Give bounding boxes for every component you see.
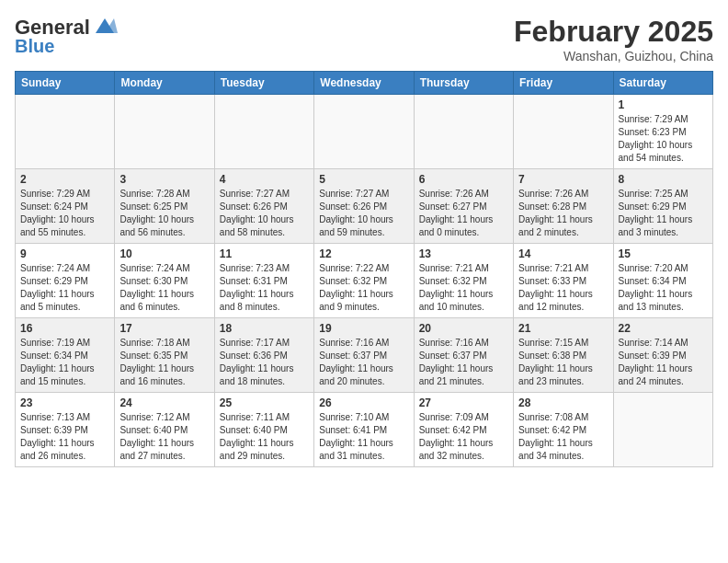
day-number: 6 xyxy=(419,173,508,186)
day-number: 7 xyxy=(518,173,608,186)
calendar-day-cell: 5Sunrise: 7:27 AM Sunset: 6:26 PM Daylig… xyxy=(314,169,414,244)
day-number: 27 xyxy=(419,396,508,409)
day-info: Sunrise: 7:13 AM Sunset: 6:39 PM Dayligh… xyxy=(20,411,109,463)
weekday-header: Monday xyxy=(115,72,214,95)
day-number: 25 xyxy=(220,396,309,409)
calendar-day-cell: 28Sunrise: 7:08 AM Sunset: 6:42 PM Dayli… xyxy=(514,393,613,467)
day-info: Sunrise: 7:21 AM Sunset: 6:33 PM Dayligh… xyxy=(518,262,608,314)
day-info: Sunrise: 7:21 AM Sunset: 6:32 PM Dayligh… xyxy=(419,262,508,314)
day-info: Sunrise: 7:14 AM Sunset: 6:39 PM Dayligh… xyxy=(619,337,708,388)
day-info: Sunrise: 7:27 AM Sunset: 6:26 PM Dayligh… xyxy=(319,188,408,239)
day-number: 11 xyxy=(220,247,309,260)
day-number: 20 xyxy=(419,322,508,335)
calendar-week-row: 16Sunrise: 7:19 AM Sunset: 6:34 PM Dayli… xyxy=(16,318,713,393)
day-info: Sunrise: 7:25 AM Sunset: 6:29 PM Dayligh… xyxy=(619,188,708,239)
calendar-day-cell: 20Sunrise: 7:16 AM Sunset: 6:37 PM Dayli… xyxy=(414,318,513,393)
calendar-day-cell: 12Sunrise: 7:22 AM Sunset: 6:32 PM Dayli… xyxy=(314,244,414,318)
calendar-day-cell: 24Sunrise: 7:12 AM Sunset: 6:40 PM Dayli… xyxy=(115,393,214,467)
calendar-week-row: 9Sunrise: 7:24 AM Sunset: 6:29 PM Daylig… xyxy=(16,244,713,318)
day-info: Sunrise: 7:24 AM Sunset: 6:29 PM Dayligh… xyxy=(20,262,109,314)
day-info: Sunrise: 7:20 AM Sunset: 6:34 PM Dayligh… xyxy=(619,262,708,314)
day-info: Sunrise: 7:11 AM Sunset: 6:40 PM Dayligh… xyxy=(220,411,309,463)
day-info: Sunrise: 7:10 AM Sunset: 6:41 PM Dayligh… xyxy=(319,411,408,463)
day-info: Sunrise: 7:15 AM Sunset: 6:38 PM Dayligh… xyxy=(518,337,608,388)
calendar-day-cell xyxy=(214,95,313,169)
logo-icon xyxy=(92,15,119,40)
day-number: 16 xyxy=(20,322,109,335)
day-info: Sunrise: 7:29 AM Sunset: 6:24 PM Dayligh… xyxy=(20,188,109,239)
day-info: Sunrise: 7:08 AM Sunset: 6:42 PM Dayligh… xyxy=(518,411,608,463)
day-number: 5 xyxy=(319,173,408,186)
calendar-week-row: 23Sunrise: 7:13 AM Sunset: 6:39 PM Dayli… xyxy=(16,393,713,467)
calendar-day-cell xyxy=(16,95,115,169)
day-number: 14 xyxy=(518,247,608,260)
calendar-day-cell: 3Sunrise: 7:28 AM Sunset: 6:25 PM Daylig… xyxy=(115,169,214,244)
calendar-day-cell: 16Sunrise: 7:19 AM Sunset: 6:34 PM Dayli… xyxy=(16,318,115,393)
day-number: 9 xyxy=(20,247,109,260)
calendar-day-cell: 7Sunrise: 7:26 AM Sunset: 6:28 PM Daylig… xyxy=(514,169,613,244)
weekday-header: Thursday xyxy=(414,72,513,95)
calendar-day-cell: 15Sunrise: 7:20 AM Sunset: 6:34 PM Dayli… xyxy=(613,244,712,318)
day-number: 10 xyxy=(119,247,209,260)
calendar-day-cell: 2Sunrise: 7:29 AM Sunset: 6:24 PM Daylig… xyxy=(16,169,115,244)
calendar-header-row: SundayMondayTuesdayWednesdayThursdayFrid… xyxy=(16,72,713,95)
day-number: 1 xyxy=(619,98,708,111)
day-number: 24 xyxy=(119,396,209,409)
calendar-day-cell: 1Sunrise: 7:29 AM Sunset: 6:23 PM Daylig… xyxy=(613,95,712,169)
calendar-day-cell: 21Sunrise: 7:15 AM Sunset: 6:38 PM Dayli… xyxy=(514,318,613,393)
logo-blue-text: Blue xyxy=(15,37,54,55)
day-info: Sunrise: 7:17 AM Sunset: 6:36 PM Dayligh… xyxy=(220,337,309,388)
day-info: Sunrise: 7:16 AM Sunset: 6:37 PM Dayligh… xyxy=(419,337,508,388)
calendar-day-cell: 11Sunrise: 7:23 AM Sunset: 6:31 PM Dayli… xyxy=(214,244,313,318)
logo-text: General xyxy=(15,17,90,38)
day-number: 21 xyxy=(518,322,608,335)
calendar-table: SundayMondayTuesdayWednesdayThursdayFrid… xyxy=(15,71,713,467)
day-info: Sunrise: 7:29 AM Sunset: 6:23 PM Dayligh… xyxy=(619,113,708,165)
day-number: 3 xyxy=(119,173,209,186)
day-info: Sunrise: 7:19 AM Sunset: 6:34 PM Dayligh… xyxy=(20,337,109,388)
calendar-week-row: 2Sunrise: 7:29 AM Sunset: 6:24 PM Daylig… xyxy=(16,169,713,244)
day-number: 12 xyxy=(319,247,408,260)
calendar-day-cell: 19Sunrise: 7:16 AM Sunset: 6:37 PM Dayli… xyxy=(314,318,414,393)
day-info: Sunrise: 7:22 AM Sunset: 6:32 PM Dayligh… xyxy=(319,262,408,314)
calendar-day-cell: 27Sunrise: 7:09 AM Sunset: 6:42 PM Dayli… xyxy=(414,393,513,467)
day-info: Sunrise: 7:28 AM Sunset: 6:25 PM Dayligh… xyxy=(119,188,209,239)
day-number: 17 xyxy=(119,322,209,335)
weekday-header: Wednesday xyxy=(314,72,414,95)
calendar-day-cell xyxy=(613,393,712,467)
day-number: 28 xyxy=(518,396,608,409)
day-number: 22 xyxy=(619,322,708,335)
day-info: Sunrise: 7:27 AM Sunset: 6:26 PM Dayligh… xyxy=(220,188,309,239)
day-number: 26 xyxy=(319,396,408,409)
calendar-day-cell xyxy=(314,95,414,169)
day-number: 23 xyxy=(20,396,109,409)
day-number: 4 xyxy=(220,173,309,186)
weekday-header: Tuesday xyxy=(214,72,313,95)
calendar-day-cell xyxy=(115,95,214,169)
day-number: 19 xyxy=(319,322,408,335)
calendar-day-cell: 6Sunrise: 7:26 AM Sunset: 6:27 PM Daylig… xyxy=(414,169,513,244)
month-year: February 2025 xyxy=(514,15,713,49)
logo: General Blue xyxy=(15,15,119,55)
day-info: Sunrise: 7:23 AM Sunset: 6:31 PM Dayligh… xyxy=(220,262,309,314)
location: Wanshan, Guizhou, China xyxy=(514,49,713,63)
calendar-day-cell: 26Sunrise: 7:10 AM Sunset: 6:41 PM Dayli… xyxy=(314,393,414,467)
calendar-day-cell: 25Sunrise: 7:11 AM Sunset: 6:40 PM Dayli… xyxy=(214,393,313,467)
calendar-week-row: 1Sunrise: 7:29 AM Sunset: 6:23 PM Daylig… xyxy=(16,95,713,169)
calendar-day-cell: 4Sunrise: 7:27 AM Sunset: 6:26 PM Daylig… xyxy=(214,169,313,244)
calendar-day-cell: 23Sunrise: 7:13 AM Sunset: 6:39 PM Dayli… xyxy=(16,393,115,467)
calendar-day-cell: 18Sunrise: 7:17 AM Sunset: 6:36 PM Dayli… xyxy=(214,318,313,393)
calendar-day-cell: 17Sunrise: 7:18 AM Sunset: 6:35 PM Dayli… xyxy=(115,318,214,393)
page-header: General Blue February 2025 Wanshan, Guiz… xyxy=(15,15,713,63)
day-info: Sunrise: 7:09 AM Sunset: 6:42 PM Dayligh… xyxy=(419,411,508,463)
calendar-day-cell xyxy=(414,95,513,169)
calendar-day-cell: 13Sunrise: 7:21 AM Sunset: 6:32 PM Dayli… xyxy=(414,244,513,318)
day-info: Sunrise: 7:16 AM Sunset: 6:37 PM Dayligh… xyxy=(319,337,408,388)
day-number: 8 xyxy=(619,173,708,186)
day-info: Sunrise: 7:18 AM Sunset: 6:35 PM Dayligh… xyxy=(119,337,209,388)
day-info: Sunrise: 7:24 AM Sunset: 6:30 PM Dayligh… xyxy=(119,262,209,314)
calendar-day-cell xyxy=(514,95,613,169)
calendar-day-cell: 22Sunrise: 7:14 AM Sunset: 6:39 PM Dayli… xyxy=(613,318,712,393)
day-number: 15 xyxy=(619,247,708,260)
weekday-header: Sunday xyxy=(16,72,115,95)
